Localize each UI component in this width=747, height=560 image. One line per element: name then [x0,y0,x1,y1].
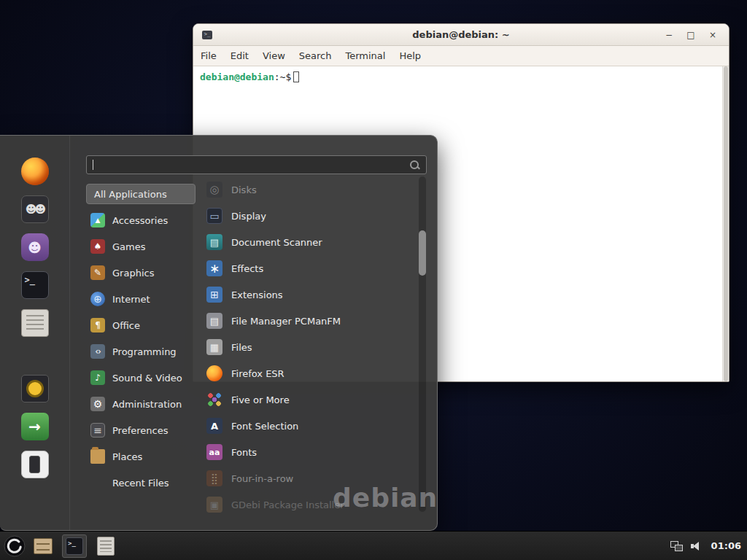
app-item-effects[interactable]: Effects [206,255,417,281]
pidgin-icon [21,233,49,261]
font-selection-icon [206,418,222,434]
category-internet[interactable]: Internet [86,286,196,312]
app-label: Extensions [231,289,283,300]
files-icon [206,339,222,355]
category-accessories[interactable]: Accessories [86,207,196,233]
category-label: Programming [112,346,177,357]
favorite-firefox[interactable] [19,158,51,185]
users-app-icon [21,195,49,223]
category-label: Graphics [112,268,154,279]
menu-help[interactable]: Help [399,50,421,61]
category-label: Games [112,241,145,252]
app-item-document-scanner[interactable]: Document Scanner [206,229,417,255]
menu-view[interactable]: View [263,50,285,61]
app-item-fonts[interactable]: Fonts [206,439,417,465]
extensions-icon [206,287,222,303]
category-preferences[interactable]: Preferences [86,417,196,443]
search-box[interactable] [86,155,427,174]
volume-icon[interactable] [691,541,703,551]
menu-edit[interactable]: Edit [231,50,249,61]
category-programming[interactable]: Programming [86,338,196,365]
favorite-terminal[interactable] [19,271,51,299]
terminal-cursor [293,71,299,82]
clock[interactable]: 01:06 [711,540,741,551]
minimize-button[interactable]: − [663,30,675,40]
favorite-logout[interactable] [19,413,51,440]
favorite-users-app[interactable] [19,195,51,223]
four-in-a-row-icon [206,470,222,486]
menu-button[interactable] [2,534,27,559]
preferences-icon [90,423,105,438]
accessories-icon [90,213,105,228]
five-or-more-icon [206,392,222,408]
terminal-taskbar-button[interactable] [62,534,87,558]
menu-file[interactable]: File [201,50,217,61]
fonts-icon [206,444,222,460]
applications-list: Disks Display Document Scanner Effects E… [206,176,417,521]
terminal-scrollbar[interactable] [722,66,729,381]
prompt-path: :~$ [274,71,291,82]
close-button[interactable]: × [707,30,719,40]
app-label: Files [231,342,252,353]
category-label: All Applications [94,189,167,200]
category-all-applications[interactable]: All Applications [86,184,196,204]
app-label: Document Scanner [231,237,322,248]
file-manager-icon [34,538,53,554]
graphics-icon [90,265,105,280]
app-label: Fonts [231,447,257,458]
app-label: Four-in-a-row [231,473,293,484]
category-label: Recent Files [112,478,169,489]
file-manager-icon [206,313,222,329]
app-label: Font Selection [231,421,298,432]
category-administration[interactable]: Administration [86,391,196,417]
category-sound-video[interactable]: Sound & Video [86,365,196,391]
network-icon[interactable] [670,541,682,551]
administration-icon [90,397,105,411]
taskbar-panel: 01:06 [0,531,747,560]
programming-icon [90,344,105,359]
terminal-titlebar[interactable]: >_ debian@debian: ~ − □ × [193,24,729,46]
search-input[interactable] [93,160,409,171]
app-item-file-manager-pcmanfm[interactable]: File Manager PCManFM [206,308,417,334]
menu-scrollbar[interactable] [419,176,426,512]
text-editor-launcher[interactable] [96,536,116,556]
category-games[interactable]: Games [86,233,196,260]
app-label: File Manager PCManFM [231,316,341,327]
menu-search[interactable]: Search [299,50,332,61]
app-item-files[interactable]: Files [206,334,417,360]
app-item-five-or-more[interactable]: Five or More [206,386,417,413]
cinnamon-logo-icon [4,535,26,557]
favorite-text-editor[interactable] [19,309,51,337]
app-item-extensions[interactable]: Extensions [206,281,417,308]
category-graphics[interactable]: Graphics [86,260,196,286]
display-icon [206,208,222,224]
favorite-lock-screen[interactable] [19,451,51,478]
category-recent-files[interactable]: Recent Files [86,470,196,496]
app-label: Display [231,211,266,222]
office-icon [90,318,105,332]
file-manager-launcher[interactable] [33,536,53,556]
app-label: Five or More [231,394,290,405]
menu-scrollbar-thumb[interactable] [419,230,426,276]
terminal-scrollbar-thumb[interactable] [724,66,728,381]
app-item-firefox-esr[interactable]: Firefox ESR [206,360,417,386]
terminal-icon [66,537,83,555]
terminal-title: debian@debian: ~ [193,29,729,40]
maximize-button[interactable]: □ [685,30,697,40]
app-item-display[interactable]: Display [206,203,417,229]
screensaver-icon [21,375,49,402]
category-label: Preferences [112,425,168,436]
app-item-font-selection[interactable]: Font Selection [206,413,417,439]
favorite-pidgin[interactable] [19,233,51,261]
app-label: Effects [231,263,263,274]
folder-icon [90,449,105,464]
terminal-menubar: File Edit View Search Terminal Help [193,46,729,66]
terminal-icon [21,271,49,299]
category-places[interactable]: Places [86,443,196,470]
applications-menu: All Applications Accessories Games Graph… [0,135,438,531]
category-office[interactable]: Office [86,312,196,338]
app-item-disks[interactable]: Disks [206,176,417,203]
favorite-screensaver[interactable] [19,375,51,402]
menu-terminal[interactable]: Terminal [345,50,385,61]
category-label: Sound & Video [112,373,182,384]
